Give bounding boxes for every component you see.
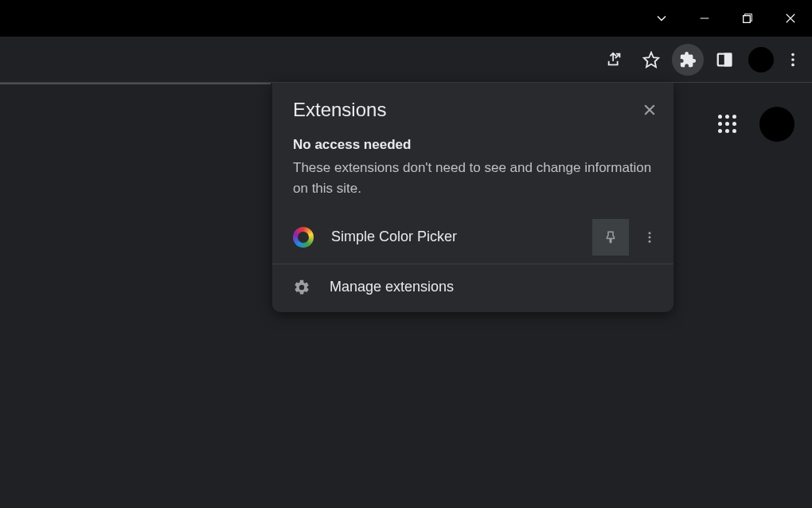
minimize-button[interactable] [683, 0, 726, 37]
kebab-icon [784, 51, 802, 68]
side-panel-icon [716, 51, 733, 68]
apps-launcher[interactable] [718, 115, 737, 134]
extension-more-button[interactable] [635, 219, 664, 256]
close-icon [642, 102, 658, 118]
manage-extensions-row[interactable]: Manage extensions [272, 264, 673, 312]
svg-marker-6 [644, 52, 658, 66]
svg-point-10 [791, 58, 794, 61]
svg-point-11 [791, 63, 794, 66]
color-ring-icon [293, 227, 314, 248]
no-access-description: These extensions don't need to see and c… [293, 158, 653, 200]
svg-rect-2 [744, 16, 751, 23]
minimize-icon [698, 12, 711, 25]
browser-menu-button[interactable] [782, 44, 804, 76]
popup-close-button[interactable] [637, 97, 662, 123]
share-icon [606, 51, 623, 68]
star-icon [642, 51, 660, 68]
divider [0, 83, 271, 84]
page-top-right [718, 107, 794, 142]
extensions-popup: Extensions No access needed These extens… [272, 83, 673, 312]
pin-icon [603, 230, 618, 244]
no-access-section: No access needed These extensions don't … [272, 126, 673, 211]
browser-toolbar [0, 37, 812, 83]
svg-point-15 [649, 236, 651, 238]
svg-rect-8 [725, 53, 731, 65]
close-icon [783, 11, 798, 25]
extension-name: Simple Color Picker [331, 229, 592, 245]
account-avatar[interactable] [759, 107, 794, 142]
no-access-heading: No access needed [293, 137, 653, 153]
maximize-button[interactable] [726, 0, 769, 37]
chevron-down-button[interactable] [640, 0, 683, 37]
extension-row[interactable]: Simple Color Picker [272, 211, 673, 264]
extensions-button[interactable] [672, 44, 704, 76]
profile-avatar[interactable] [748, 47, 774, 72]
svg-point-16 [649, 240, 651, 242]
popup-header: Extensions [272, 83, 673, 126]
os-titlebar [0, 0, 812, 37]
chevron-down-icon [654, 10, 670, 26]
maximize-icon [741, 12, 754, 25]
close-window-button[interactable] [769, 0, 812, 37]
bookmark-button[interactable] [635, 44, 667, 76]
share-button[interactable] [599, 44, 630, 76]
side-panel-button[interactable] [709, 44, 740, 76]
puzzle-icon [679, 51, 697, 68]
manage-extensions-label: Manage extensions [330, 279, 454, 295]
svg-point-9 [791, 53, 794, 56]
pin-button[interactable] [592, 219, 629, 256]
popup-title: Extensions [293, 99, 386, 121]
svg-point-14 [649, 232, 651, 234]
gear-icon [293, 279, 310, 296]
kebab-icon [642, 230, 657, 244]
